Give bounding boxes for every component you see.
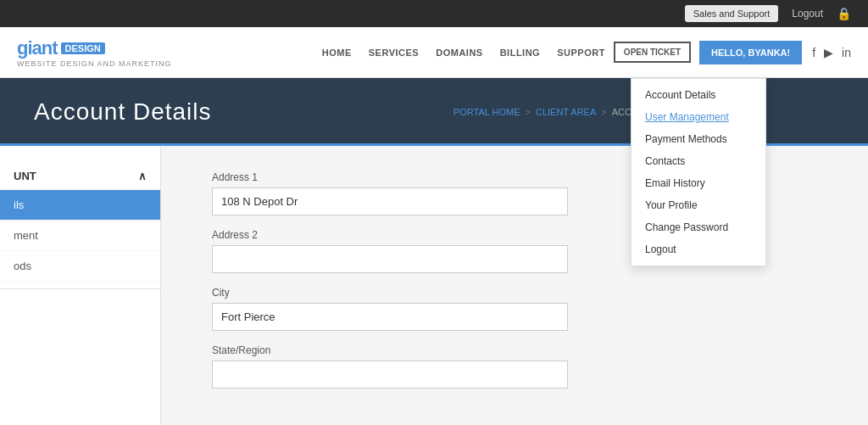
sidebar-item-methods[interactable]: ods (0, 251, 160, 282)
logout-top-button[interactable]: Logout (792, 8, 823, 20)
dropdown-account-details[interactable]: Account Details (632, 84, 765, 106)
logo: giant DESIGN (17, 37, 172, 59)
logo-tagline: WEBSITE DESIGN AND MARKETING (17, 59, 172, 68)
nav-home[interactable]: HOME (322, 48, 352, 58)
city-group: City (212, 287, 568, 331)
nav-services[interactable]: SERVICES (369, 48, 419, 58)
breadcrumb-sep2: > (601, 107, 606, 117)
address2-group: Address 2 (212, 229, 568, 273)
social-icons: f ▶ in (812, 46, 851, 59)
breadcrumb-sep1: > (526, 107, 531, 117)
sidebar-divider (0, 288, 160, 289)
state-group: State/Region (212, 344, 568, 389)
logo-area[interactable]: giant DESIGN WEBSITE DESIGN AND MARKETIN… (17, 37, 172, 68)
sidebar-item-details[interactable]: ils (0, 190, 160, 221)
sales-support-button[interactable]: Sales and Support (685, 5, 779, 22)
sidebar-section-label: UNT (14, 170, 36, 182)
logo-design-box: DESIGN (61, 42, 105, 54)
breadcrumb-client-area[interactable]: CLIENT AREA (536, 107, 596, 117)
account-dropdown: Account Details User Management Payment … (631, 78, 766, 266)
address1-input[interactable] (212, 187, 568, 215)
state-input[interactable] (212, 361, 568, 389)
nav-domains[interactable]: DOMAINS (436, 48, 482, 58)
nav-links: HOME SERVICES DOMAINS BILLING SUPPORT (322, 48, 605, 58)
address2-label: Address 2 (212, 229, 568, 241)
page-title: Account Details (34, 98, 212, 126)
dropdown-change-password[interactable]: Change Password (632, 216, 765, 238)
lock-icon: 🔒 (837, 7, 851, 20)
dropdown-your-profile[interactable]: Your Profile (632, 194, 765, 216)
address1-group: Address 1 (212, 171, 568, 215)
dropdown-payment-methods[interactable]: Payment Methods (632, 128, 765, 150)
hello-button[interactable]: HELLO, BYANKA! (699, 41, 802, 64)
breadcrumb-portal-home[interactable]: PORTAL HOME (453, 107, 520, 117)
state-label: State/Region (212, 344, 568, 356)
linkedin-icon[interactable]: in (842, 46, 851, 59)
youtube-icon[interactable]: ▶ (824, 46, 833, 59)
city-input[interactable] (212, 303, 568, 331)
nav-billing[interactable]: BILLING (500, 48, 541, 58)
sidebar-chevron-icon: ∧ (138, 170, 147, 182)
address2-input[interactable] (212, 245, 568, 273)
form-section: Address 1 Address 2 City State/Region (212, 171, 568, 389)
dropdown-contacts[interactable]: Contacts (632, 150, 765, 172)
sidebar-item-payment[interactable]: ment (0, 221, 160, 251)
logo-text: giant (17, 37, 58, 59)
nav-support[interactable]: SUPPORT (557, 48, 605, 58)
dropdown-user-management[interactable]: User Management (632, 106, 765, 128)
main-nav: giant DESIGN WEBSITE DESIGN AND MARKETIN… (0, 27, 868, 78)
sidebar: UNT ∧ ils ment ods (0, 146, 161, 425)
address1-label: Address 1 (212, 171, 568, 183)
dropdown-logout[interactable]: Logout (632, 238, 765, 260)
facebook-icon[interactable]: f (812, 46, 815, 59)
open-ticket-button[interactable]: OPEN TICKET (614, 42, 691, 63)
sidebar-section-header[interactable]: UNT ∧ (0, 163, 160, 190)
city-label: City (212, 287, 568, 299)
top-bar: Sales and Support Logout 🔒 (0, 0, 868, 27)
dropdown-email-history[interactable]: Email History (632, 172, 765, 194)
